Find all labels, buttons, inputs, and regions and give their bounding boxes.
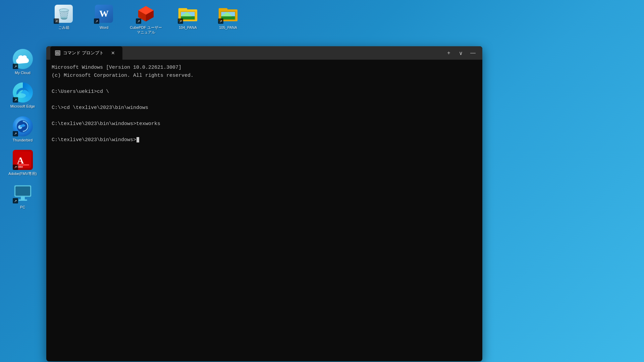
pc-label: PC xyxy=(20,205,25,209)
terminal-tab-label: コマンド プロンプト xyxy=(63,50,104,56)
recycle-bin-label: ごみ箱 xyxy=(58,25,69,30)
shortcut-arrow-edge xyxy=(13,97,18,103)
terminal-line-5: C:\texlive\2023\bin\windows>texworks xyxy=(52,120,477,128)
desktop-icon-edge[interactable]: Microsoft Edge xyxy=(6,80,40,111)
shortcut-arrow-mycloud xyxy=(13,64,18,69)
shortcut-arrow-cubepdf xyxy=(136,18,141,24)
terminal-titlebar: C\ コマンド プロンプト ✕ + ∨ — xyxy=(46,46,482,60)
shortcut-arrow-thunderbird xyxy=(13,131,18,136)
desktop-icon-folder-105[interactable]: 105_PANA xyxy=(211,2,245,32)
terminal-line-blank-1 xyxy=(52,80,477,88)
svg-text:C\: C\ xyxy=(56,52,59,55)
shortcut-arrow-104 xyxy=(178,18,183,24)
sidebar-icons: My Cloud Microsoft Edge xyxy=(0,0,45,362)
svg-rect-25 xyxy=(21,197,25,199)
folder-104-label: 104_PANA xyxy=(179,25,197,30)
thunderbird-label: Thunderbird xyxy=(13,138,33,142)
terminal-line-3: C:\Users\ueki1>cd \ xyxy=(52,88,477,96)
desktop-icon-recycle[interactable]: 🗑️ ごみ箱 xyxy=(47,2,80,32)
desktop-icon-cubepdf[interactable]: CubePDF ユーザーマニュアル xyxy=(127,2,164,37)
svg-rect-26 xyxy=(18,199,27,201)
add-tab-button[interactable]: + xyxy=(443,48,454,58)
desktop-icon-thunderbird[interactable]: Thunderbird xyxy=(6,114,40,144)
terminal-tab[interactable]: C\ コマンド プロンプト ✕ xyxy=(50,46,122,60)
terminal-line-1: Microsoft Windows [Version 10.0.22621.30… xyxy=(52,64,477,72)
shortcut-arrow-105 xyxy=(218,18,223,24)
edge-label: Microsoft Edge xyxy=(10,104,35,109)
svg-text:A: A xyxy=(17,155,24,166)
top-icons-row: 🗑️ ごみ箱 W Word xyxy=(47,2,245,37)
svg-rect-11 xyxy=(219,8,227,11)
desktop-icon-pc[interactable]: PC xyxy=(6,181,40,212)
svg-rect-24 xyxy=(15,186,30,196)
terminal-line-4: C:\>cd \texlive\2023\bin\windows xyxy=(52,104,477,112)
cubepdf-label: CubePDF ユーザーマニュアル xyxy=(129,25,162,35)
folder-105-label: 105_PANA xyxy=(219,25,237,30)
shortcut-arrow-pc xyxy=(13,198,18,203)
desktop-icon-word[interactable]: W Word xyxy=(87,2,121,32)
shortcut-arrow-adobe xyxy=(13,165,18,170)
svg-rect-5 xyxy=(178,8,187,11)
terminal-tab-close-button[interactable]: ✕ xyxy=(108,48,118,58)
terminal-line-prompt: C:\texlive\2023\bin\windows> xyxy=(52,136,477,144)
adobe-label: Adobe(FMV専用) xyxy=(8,171,37,176)
shortcut-arrow xyxy=(54,18,59,24)
terminal-window: C\ コマンド プロンプト ✕ + ∨ — Microsoft Windows … xyxy=(46,46,482,361)
word-label: Word xyxy=(100,25,108,30)
terminal-line-2: (c) Microsoft Corporation. All rights re… xyxy=(52,72,477,80)
dropdown-button[interactable]: ∨ xyxy=(455,48,466,58)
desktop: 🗑️ ごみ箱 W Word xyxy=(0,0,644,362)
terminal-cursor xyxy=(137,137,139,142)
terminal-line-blank-3 xyxy=(52,112,477,120)
terminal-line-blank-2 xyxy=(52,96,477,104)
terminal-content[interactable]: Microsoft Windows [Version 10.0.22621.30… xyxy=(46,60,482,361)
mycloud-label: My Cloud xyxy=(15,70,30,75)
desktop-icon-mycloud[interactable]: My Cloud xyxy=(6,47,40,77)
desktop-icon-folder-104[interactable]: 104_PANA xyxy=(171,2,205,32)
titlebar-controls: + ∨ — xyxy=(443,48,478,58)
desktop-icon-adobe[interactable]: A dobe Adobe(FMV専用) xyxy=(6,148,40,178)
terminal-line-blank-4 xyxy=(52,128,477,136)
terminal-tab-icon: C\ xyxy=(55,50,60,56)
shortcut-arrow-word xyxy=(94,18,99,24)
minimize-button[interactable]: — xyxy=(468,48,478,58)
